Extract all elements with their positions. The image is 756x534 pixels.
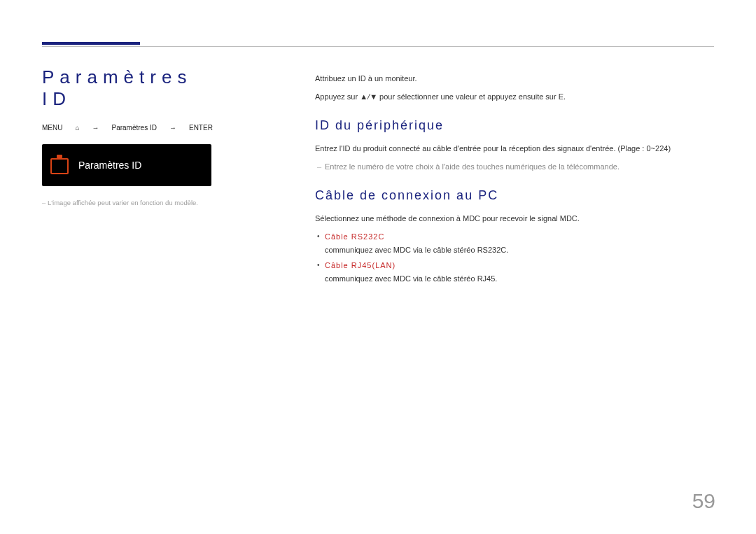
intro-line-2: Appuyez sur ▲/▼ pour sélectionner une va…	[315, 91, 707, 104]
device-id-note: Entrez le numéro de votre choix à l'aide…	[315, 161, 707, 174]
option-rj45: Câble RJ45(LAN) communiquez avec MDC via…	[315, 260, 707, 286]
option-label: Câble RS232C	[325, 232, 384, 241]
option-desc: communiquez avec MDC via le câble stéréo…	[325, 273, 707, 286]
device-id-body: Entrez l'ID du produit connecté au câble…	[315, 143, 707, 155]
arrow-icon: →	[169, 124, 176, 132]
header-rule	[42, 46, 714, 47]
settings-id-icon	[50, 156, 69, 174]
pc-cable-body: Sélectionnez une méthode de connexion à …	[315, 213, 707, 225]
breadcrumb: MENU ⌂ → Paramètres ID → ENTER	[42, 124, 224, 132]
option-desc: communiquez avec MDC via le câble stéréo…	[325, 244, 707, 257]
section-heading-device-id: ID du périphérique	[315, 115, 707, 136]
breadcrumb-settings: Paramètres ID	[112, 124, 157, 132]
osd-label: Paramètres ID	[78, 160, 141, 171]
home-icon: ⌂	[75, 124, 79, 132]
section-heading-pc-cable: Câble de connexion au PC	[315, 185, 707, 206]
option-rs232c: Câble RS232C communiquez avec MDC via le…	[315, 231, 707, 257]
left-column: Paramètres ID MENU ⌂ → Paramètres ID → E…	[42, 66, 224, 206]
right-column: Attribuez un ID à un moniteur. Appuyez s…	[315, 73, 707, 286]
text: Appuyez sur	[315, 92, 360, 101]
text: pour sélectionner une valeur et appuyez …	[377, 92, 559, 101]
option-label: Câble RJ45(LAN)	[325, 261, 396, 269]
intro-line-1: Attribuez un ID à un moniteur.	[315, 73, 707, 85]
osd-preview-tile: Paramètres ID	[42, 144, 211, 186]
menu-label: MENU	[42, 124, 62, 132]
arrow-icon: →	[92, 124, 99, 132]
page-title: Paramètres ID	[42, 66, 224, 110]
updown-key: ▲/▼	[360, 92, 377, 101]
model-variation-note: L'image affichée peut varier en fonction…	[42, 199, 224, 206]
enter-key: E	[559, 92, 564, 101]
enter-label: ENTER	[189, 124, 213, 132]
page-number: 59	[692, 489, 715, 513]
text: .	[564, 92, 566, 101]
accent-bar	[42, 42, 140, 45]
